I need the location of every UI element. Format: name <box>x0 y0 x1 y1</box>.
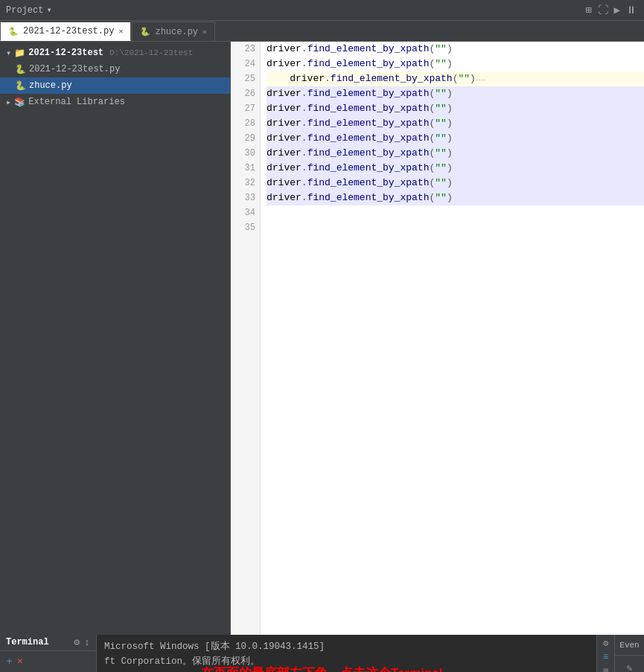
code-line-31: driver.find_element_by_xpath("") <box>267 161 644 176</box>
tab-label-2: zhuce.py <box>155 27 198 37</box>
code-line-23: driver.find_element_by_xpath("") <box>267 42 644 57</box>
windows-version-text: Microsoft Windows [版本 10.0.19043.1415] <box>104 641 325 652</box>
top-bar: Project ▾ ⊞ ⛶ ▶ ⏸ <box>0 0 644 21</box>
tree-root-folder[interactable]: ▾ 📁 2021-12-23test D:\2021-12-23test <box>0 45 230 61</box>
folder-expand-icon: ▾ <box>6 48 11 59</box>
hide-icon[interactable]: ↕ <box>84 637 90 648</box>
code-line-35 <box>267 220 644 235</box>
tree-external-libraries[interactable]: ▸ 📚 External Libraries <box>0 94 230 110</box>
code-editor: 23 24 25 26 27 28 29 30 31 32 33 34 35 d… <box>231 42 644 635</box>
main-layout: ▾ 📁 2021-12-23test D:\2021-12-23test 🐍 2… <box>0 42 644 635</box>
strip-icon-2[interactable]: ≡ <box>603 652 608 662</box>
folder-icon: 📁 <box>14 48 25 59</box>
event-panel-strip: Even ✎ 💬 ⚙ ☑ ? <box>614 635 644 672</box>
right-event-strip: ⚙ ≡ ⌨ 📋 ☑ ? <box>596 635 614 672</box>
project-label: Project <box>6 5 43 16</box>
code-line-24: driver.find_element_by_xpath("") <box>267 57 644 71</box>
bottom-section: Terminal ⚙ ↕ ＋ ✕ 📊 Data View 📋 Event Log… <box>0 635 644 672</box>
toolbar-icon-2[interactable]: ⛶ <box>596 3 610 18</box>
terminal-line-windows: Microsoft Windows [版本 10.0.19043.1415] <box>104 639 589 654</box>
tab-2021-12-23test[interactable]: 🐍 2021-12-23test.py ✕ <box>0 22 131 41</box>
root-path: D:\2021-12-23test <box>109 48 193 57</box>
lib-icon: 📚 <box>14 97 25 108</box>
lib-expand-icon: ▸ <box>6 97 11 108</box>
event-strip-icons: ✎ 💬 ⚙ ☑ ? <box>618 656 642 672</box>
root-folder-label: 2021-12-23test <box>28 48 103 58</box>
tab-label: 2021-12-23test.py <box>23 26 114 36</box>
code-line-29: driver.find_element_by_xpath("") <box>267 131 644 146</box>
project-sidebar: ▾ 📁 2021-12-23test D:\2021-12-23test 🐍 2… <box>0 42 231 635</box>
event-icon-1[interactable]: ✎ <box>618 659 642 672</box>
strip-icon-1[interactable]: ⚙ <box>603 638 608 649</box>
code-line-28: driver.find_element_by_xpath("") <box>267 116 644 131</box>
event-label: Even <box>619 641 639 650</box>
toolbar-icon-3[interactable]: ▶ <box>613 2 622 18</box>
code-line-27: driver.find_element_by_xpath("") <box>267 101 644 116</box>
code-content: 23 24 25 26 27 28 29 30 31 32 33 34 35 d… <box>231 42 644 635</box>
file-label-1: 2021-12-23test.py <box>29 64 120 74</box>
code-lines[interactable]: driver.find_element_by_xpath("") driver.… <box>261 42 644 635</box>
panel-header-icons: ⚙ ↕ <box>74 636 90 648</box>
vertical-nav: Terminal ⚙ ↕ ＋ ✕ 📊 Data View 📋 Event Log… <box>0 635 97 672</box>
add-terminal-btn[interactable]: ＋ <box>4 654 14 668</box>
dropdown-arrow: ▾ <box>46 4 51 16</box>
project-dropdown[interactable]: Project ▾ <box>0 0 61 20</box>
tree-file-zhuce[interactable]: 🐍 zhuce.py <box>0 77 230 94</box>
code-line-32: driver.find_element_by_xpath("") <box>267 176 644 191</box>
terminal-output: Microsoft Windows [版本 10.0.19043.1415] f… <box>97 635 596 672</box>
code-line-34 <box>267 205 644 220</box>
tab-file-icon-2: 🐍 <box>140 27 150 36</box>
tab-file-icon: 🐍 <box>8 27 19 36</box>
toolbar-icon-4[interactable]: ⏸ <box>625 3 638 18</box>
line-numbers: 23 24 25 26 27 28 29 30 31 32 33 34 35 <box>231 42 261 635</box>
close-terminal-btn[interactable]: ✕ <box>17 655 23 667</box>
terminal-main: Microsoft Windows [版本 10.0.19043.1415] f… <box>97 635 596 672</box>
code-line-33: driver.find_element_by_xpath("") <box>267 191 644 205</box>
tab-zhuce[interactable]: 🐍 zhuce.py ✕ <box>132 22 215 41</box>
project-tree: ▾ 📁 2021-12-23test D:\2021-12-23test 🐍 2… <box>0 42 230 113</box>
tree-file-1[interactable]: 🐍 2021-12-23test.py <box>0 61 230 77</box>
top-bar-icons: ⊞ ⛶ ▶ ⏸ <box>584 2 644 18</box>
strip-icon-3[interactable]: ⌨ <box>603 665 608 672</box>
code-line-30: driver.find_element_by_xpath("") <box>267 146 644 161</box>
tab-close-2[interactable]: ✕ <box>203 28 207 36</box>
tab-close[interactable]: ✕ <box>118 27 123 36</box>
event-strip-header: Even <box>615 635 644 656</box>
terminal-actions: ＋ ✕ <box>0 651 96 671</box>
annotation-text: 在页面的最底部左下角，点击这个Terminal <box>201 665 443 672</box>
code-line-26: driver.find_element_by_xpath("") <box>267 86 644 101</box>
code-line-25: driver.find_element_by_xpath("")‥‥ <box>267 71 644 86</box>
lib-label: External Libraries <box>28 97 125 107</box>
file-icon-1: 🐍 <box>15 64 26 75</box>
file-icon-2: 🐍 <box>15 80 26 92</box>
settings-icon[interactable]: ⚙ <box>74 636 80 648</box>
terminal-panel-header: Terminal ⚙ ↕ <box>0 635 96 651</box>
file-label-2: zhuce.py <box>29 80 72 91</box>
tab-bar: 🐍 2021-12-23test.py ✕ 🐍 zhuce.py ✕ <box>0 21 644 42</box>
toolbar-icon-1[interactable]: ⊞ <box>584 2 593 18</box>
terminal-title: Terminal <box>6 637 49 647</box>
